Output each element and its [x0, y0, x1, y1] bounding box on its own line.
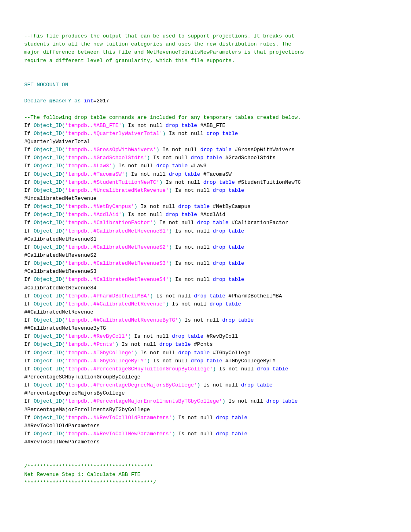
tbl-23: #PercentageSCHbyTuitionGroupByCollege	[24, 374, 141, 380]
objectid-20: Object_ID(	[33, 341, 65, 347]
if-9: If	[24, 204, 33, 210]
objectid-25: Object_ID(	[33, 398, 65, 404]
ci-16: )	[150, 293, 153, 299]
ci-12: )	[169, 228, 172, 234]
kw-drop-7: drop table	[203, 179, 235, 185]
notnull-15: Is not null	[172, 276, 213, 283]
str-12: 'tempdb..#CalibratedNetRevenueS1'	[65, 228, 168, 234]
if-21: If	[24, 350, 33, 356]
str-11: 'tempdb..#CalibrationFactor'	[65, 220, 153, 226]
kw-drop-1: drop table	[166, 123, 197, 129]
kw-drop-21: drop table	[178, 350, 210, 356]
if-20: If	[24, 341, 33, 347]
tbl-27: ##RevToCollNewParameters	[24, 439, 100, 445]
kw-drop-16: drop table	[194, 293, 225, 299]
tbl-22: #TGbyCollegeByFY	[222, 358, 276, 364]
kw-drop-26: drop table	[216, 415, 247, 421]
kw-drop-3: drop table	[200, 147, 232, 153]
str-25: 'tempdb..#PercentageMajorEnrollmentsByTG…	[65, 398, 222, 404]
ci-22: )	[147, 358, 150, 364]
if-11: If	[24, 220, 33, 226]
notnull-18: Is not null	[181, 317, 222, 323]
kw-drop-18: drop table	[222, 317, 254, 323]
ci-23: )	[213, 366, 216, 372]
notnull-24: Is not null	[200, 382, 241, 388]
objectid-2: Object_ID(	[33, 131, 65, 137]
str-3: 'tempdb..#GrossOpWithWaivers'	[65, 147, 156, 153]
ci-21: )	[134, 350, 137, 356]
kw-drop-4: drop table	[191, 155, 222, 161]
str-23: 'tempdb..#PercentageSCHbyTuitionGroupByC…	[65, 366, 213, 372]
str-27: 'tempdb..##RevToCollNewParameters'	[65, 431, 172, 437]
if-12: If	[24, 228, 33, 234]
tbl-10: #AddlAid	[197, 212, 225, 218]
tbl-15: #CalibratedNetRevenueS4	[24, 285, 96, 291]
str-2: 'tempdb..#QuarterlyWaiverTotal'	[65, 131, 162, 137]
objectid-17: Object_ID(	[33, 301, 65, 307]
tbl-25: #PercentageMajorEnrollmentsByTGbyCollege	[24, 407, 150, 413]
tbl-17: ##CalibratedNetRevenue	[24, 309, 93, 315]
objectid-16: Object_ID(	[33, 293, 65, 299]
str-14: 'tempdb..#CalibratedNetRevenueS3'	[65, 260, 168, 266]
objectid-26: Object_ID(	[33, 415, 65, 421]
kw-drop-24: drop table	[241, 382, 272, 388]
notnull-6: Is not null	[128, 171, 168, 177]
if-24: If	[24, 382, 33, 388]
notnull-7: Is not null	[162, 179, 203, 185]
section-comment: /***************************************…	[24, 463, 156, 486]
str-8: 'tempdb..#UncalibratedNetRevenue'	[65, 187, 168, 193]
ci-14: )	[169, 260, 172, 266]
int-keyword: int	[84, 98, 93, 104]
str-22: 'tempdb..#TGbyCollegeByFY'	[65, 358, 147, 364]
objectid-3: Object_ID(	[33, 147, 65, 153]
if-5: If	[24, 163, 33, 169]
objectid-11: Object_ID(	[33, 220, 65, 226]
kw-drop-23: drop table	[257, 366, 288, 372]
str-20: 'tempdb..#Pcnts'	[65, 341, 115, 347]
if-13: If	[24, 244, 33, 250]
if-16: If	[24, 293, 33, 299]
str-7: 'tempdb..#StudentTuitionNewTC'	[65, 179, 159, 185]
notnull-10: Is not null	[125, 212, 166, 218]
objectid-14: Object_ID(	[33, 260, 65, 266]
kw-drop-20: drop table	[159, 341, 191, 347]
tbl-19: #RevByColl	[203, 333, 238, 339]
notnull-19: Is not null	[131, 333, 172, 339]
ci-11: )	[153, 220, 156, 226]
notnull-16: Is not null	[153, 293, 194, 299]
notnull-11: Is not null	[156, 220, 197, 226]
notnull-4: Is not null	[150, 155, 191, 161]
str-5: 'tempdb..#Law3'	[65, 163, 112, 169]
str-13: 'tempdb..#CalibratedNetRevenueS2'	[65, 244, 168, 250]
objectid-22: Object_ID(	[33, 358, 65, 364]
str-4: 'tempdb..#GradSchoolStdts'	[65, 155, 147, 161]
if-26: If	[24, 415, 33, 421]
objectid-6: Object_ID(	[33, 171, 65, 177]
if-1: If	[24, 123, 33, 129]
declare-value: =2017	[93, 98, 109, 104]
objectid-10: Object_ID(	[33, 212, 65, 218]
kw-drop-14: drop table	[213, 260, 244, 266]
tbl-6: #TacomaSW	[200, 171, 232, 177]
notnull-5: Is not null	[115, 163, 156, 169]
notnull-20: Is not null	[118, 341, 159, 347]
kw-drop-19: drop table	[172, 333, 203, 339]
comment-intro: --This file produces the output that can…	[24, 33, 304, 63]
str-18: 'tempdb..##CalibratedNetRevenueByTG'	[65, 317, 178, 323]
tbl-7: #StudentTuitionNewTC	[235, 179, 301, 185]
if-6: If	[24, 171, 33, 177]
objectid-8: Object_ID(	[33, 187, 65, 193]
tbl-11: #CalibrationFactor	[228, 220, 288, 226]
ci-13: )	[169, 244, 172, 250]
tbl-20: #Pcnts	[191, 341, 213, 347]
notnull-27: Is not null	[175, 431, 216, 437]
comment-drop: --The following drop table commands are …	[24, 114, 301, 121]
notnull-9: Is not null	[137, 204, 178, 210]
kw-drop-5: drop table	[156, 163, 188, 169]
kw-drop-17: drop table	[210, 301, 241, 307]
str-21: 'tempdb..#TGbyCollege'	[65, 350, 134, 356]
str-1: 'tempdb..#ABB_FTE'	[65, 123, 121, 129]
str-9: 'tempdb..#NetByCampus'	[65, 204, 134, 210]
kw-drop-6: drop table	[169, 171, 200, 177]
kw-drop-27: drop table	[216, 431, 247, 437]
